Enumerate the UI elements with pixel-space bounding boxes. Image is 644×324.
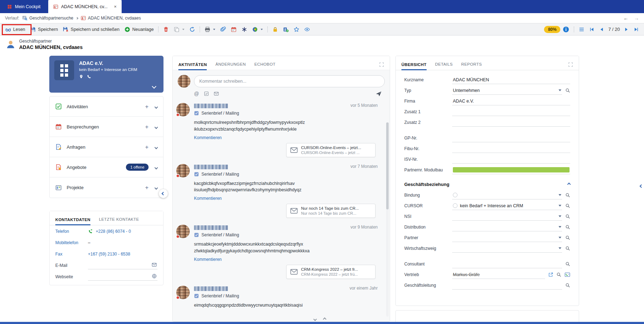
sidebar-item-anfragen[interactable]: Anfragen +: [50, 137, 163, 157]
read-button[interactable]: Lesen: [3, 25, 28, 34]
mail-attachment-card[interactable]: CURSOR-Online-Events – jetzt... CURSOR-O…: [286, 143, 376, 157]
chevron-down-icon[interactable]: [155, 144, 157, 150]
zusatz1-input[interactable]: [452, 108, 570, 116]
save-and-close-button[interactable]: Speichern und schließen: [60, 25, 122, 34]
distribution-select[interactable]: [452, 223, 562, 231]
partnernr-input[interactable]: [452, 166, 570, 174]
tab-kontaktdaten[interactable]: KONTAKTDATEN: [55, 218, 90, 225]
modules-button[interactable]: [250, 25, 265, 34]
favorite-button[interactable]: [291, 25, 302, 34]
vertrieb-input[interactable]: Markus Gräfe: [452, 271, 545, 279]
partner-select[interactable]: [452, 234, 562, 242]
firma-input[interactable]: ADAC e.V.: [452, 97, 570, 105]
tab-echobot[interactable]: ECHOBOT: [254, 62, 276, 70]
kurzname-input[interactable]: ADAC MÜNCHEN: [452, 76, 570, 84]
sidebar-item-angebote[interactable]: Angebote 1 offene: [50, 157, 163, 177]
history-forward-icon[interactable]: →: [634, 15, 639, 21]
comment-link[interactable]: Kommentieren: [194, 196, 222, 201]
typ-select[interactable]: Unternehmen: [452, 87, 562, 95]
first-record-button[interactable]: [587, 25, 597, 34]
lookup-icon[interactable]: [565, 246, 570, 251]
send-icon[interactable]: [376, 90, 382, 97]
dropdown-chevron-icon[interactable]: [559, 247, 561, 249]
dropdown-chevron-icon[interactable]: [559, 194, 561, 196]
dropdown-chevron-icon[interactable]: [559, 226, 561, 228]
lookup-icon[interactable]: [565, 262, 570, 267]
open-record-icon[interactable]: [548, 272, 553, 277]
last-record-button[interactable]: [631, 25, 641, 34]
expand-icon[interactable]: [379, 62, 384, 67]
geschaeftsleitung-input[interactable]: [452, 281, 562, 290]
lookup-icon[interactable]: [565, 235, 570, 240]
bindung-select[interactable]: [452, 191, 562, 199]
panel-collapse-handle[interactable]: [640, 183, 643, 188]
scroll-down-icon[interactable]: [313, 318, 317, 321]
history-back-icon[interactable]: ←: [623, 15, 628, 21]
print-button[interactable]: [202, 25, 218, 34]
mail-attachment-card[interactable]: CRM-Kongress 2022 – jetzt fr... CRM-Kong…: [286, 265, 376, 279]
new-record-button[interactable]: Neuanlage: [122, 25, 156, 34]
globe-icon[interactable]: [152, 274, 157, 279]
comment-link[interactable]: Kommentieren: [194, 135, 222, 140]
add-icon[interactable]: +: [145, 104, 149, 110]
tab-mein-cockpit[interactable]: Mein Cockpit: [2, 0, 45, 13]
website-field[interactable]: [88, 273, 157, 281]
tab-aktivitaeten[interactable]: AKTIVITÄTEN: [178, 62, 207, 70]
chevron-down-icon[interactable]: [155, 124, 157, 130]
lookup-icon[interactable]: [556, 272, 561, 277]
scroll-up-icon[interactable]: [323, 318, 327, 321]
dropdown-chevron-icon[interactable]: [559, 205, 561, 207]
nsi-select[interactable]: [452, 213, 562, 221]
next-record-button[interactable]: [621, 25, 631, 34]
scrollbar-thumb[interactable]: [386, 122, 389, 209]
tab-uebersicht[interactable]: ÜBERSICHT: [401, 62, 427, 70]
contact-vcard-icon[interactable]: [565, 272, 570, 278]
envelope-icon[interactable]: [152, 262, 157, 267]
tab-aenderungen[interactable]: ÄNDERUNGEN: [215, 62, 246, 70]
tab-details[interactable]: DETAILS: [435, 62, 453, 70]
breadcrumb-item-record[interactable]: ADAC MÜNCHEN, cvdaaes: [81, 16, 141, 21]
task-icon[interactable]: [204, 91, 209, 96]
phone-link[interactable]: +228 (86) 6074 - 0: [88, 229, 131, 234]
copy-button[interactable]: [171, 25, 187, 34]
dropdown-chevron-icon[interactable]: [559, 215, 561, 217]
feed-scrollbar[interactable]: [386, 122, 389, 317]
add-icon[interactable]: +: [145, 124, 149, 130]
chevron-down-icon[interactable]: [155, 104, 157, 109]
cursor-select[interactable]: kein Bedarf + Interesse an CRM: [452, 202, 562, 210]
fibunr-input[interactable]: [452, 145, 570, 153]
add-partner-button[interactable]: [281, 25, 291, 34]
lookup-icon[interactable]: [565, 88, 570, 93]
info-button[interactable]: [560, 24, 572, 34]
chevron-down-icon[interactable]: [155, 185, 157, 190]
tab-record[interactable]: ADAC MÜNCHEN, cv... ×: [48, 0, 122, 13]
envelope-icon[interactable]: [214, 91, 219, 96]
lookup-icon[interactable]: [565, 283, 570, 288]
consultant-input[interactable]: [452, 260, 562, 268]
dropdown-chevron-icon[interactable]: [559, 237, 561, 238]
actions-button[interactable]: [239, 25, 250, 34]
mention-icon[interactable]: @: [194, 91, 199, 97]
add-icon[interactable]: +: [145, 144, 149, 150]
wirtschaftszweig-select[interactable]: [452, 245, 562, 253]
sidebar-item-besprechungen[interactable]: Besprechungen +: [50, 117, 163, 137]
delete-button[interactable]: [161, 25, 171, 34]
location-pin-icon[interactable]: [79, 75, 83, 79]
mail-attachment-card[interactable]: Nur noch 14 Tage bis zum CR... Nur noch …: [286, 204, 376, 218]
add-icon[interactable]: +: [145, 185, 149, 191]
watch-button[interactable]: [302, 25, 312, 34]
chevron-down-icon[interactable]: [152, 84, 156, 89]
zusatz2-input[interactable]: [452, 119, 570, 127]
comment-link[interactable]: Kommentieren: [194, 257, 222, 262]
partner-summary-card[interactable]: ADAC e.V. kein Bedarf + Interesse an CRM: [49, 56, 163, 93]
chevron-down-icon[interactable]: [155, 165, 157, 170]
lookup-icon[interactable]: [565, 203, 570, 208]
save-button[interactable]: Speichern: [28, 25, 60, 34]
lookup-icon[interactable]: [565, 193, 570, 198]
expand-icon[interactable]: [568, 62, 573, 67]
sidebar-item-aktivitaeten[interactable]: Aktivitäten +: [50, 97, 163, 117]
attachment-button[interactable]: [218, 25, 228, 34]
tab-reports[interactable]: REPORTS: [461, 62, 482, 70]
lookup-icon[interactable]: [565, 225, 570, 230]
phone-icon[interactable]: [87, 75, 91, 79]
